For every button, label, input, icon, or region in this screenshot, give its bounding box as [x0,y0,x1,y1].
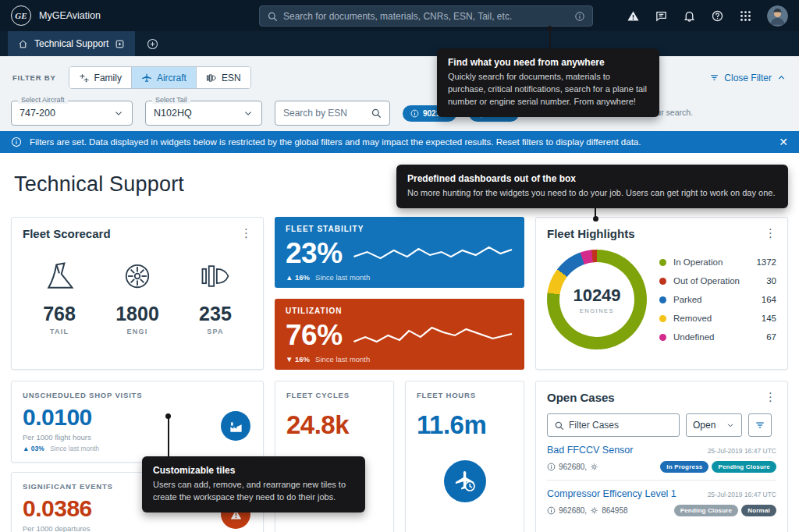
notifications-bell-icon[interactable] [683,9,696,23]
add-tab-button[interactable] [135,31,170,56]
case-controls: Open [547,413,776,437]
legend-row: Parked164 [659,290,776,309]
filter-mode-label: Family [94,73,122,83]
close-filter-button[interactable]: Close Filter [709,73,787,83]
tooltip-dashboards-dot [593,216,598,222]
tile-value: 0.0100 [23,404,252,431]
feedback-chat-icon[interactable] [655,9,668,23]
case-title-link[interactable]: Bad FFCCV Sensor [547,445,633,456]
kpi-delta: ▼ 16% [286,355,310,364]
tooltip-body: Users can add, remove, and rearrange new… [153,479,354,504]
shop-visits-icon-button[interactable] [221,411,250,441]
case-filter-button[interactable] [748,413,772,437]
case-title-link[interactable]: Compressor Efficency Level 1 [547,488,676,499]
stat-value: 235 [198,303,233,325]
card-title: Fleet Scorecard [23,227,111,240]
close-filter-label: Close Filter [724,73,772,83]
fleet-hours-tile[interactable]: FLEET HOURS 11.6m [405,381,524,532]
kpi-value: 23% [286,237,343,270]
tooltip-title: Customizable tiles [153,465,354,476]
legend-row: Undefined67 [659,328,776,346]
filter-panel: FILTER BY Family Aircraft ESN Close Filt… [0,56,799,131]
kpi-caption: Since last month [315,355,370,364]
case-status-select[interactable]: Open [686,413,742,437]
tail-fin-icon [42,259,76,293]
global-search-input[interactable] [283,11,569,22]
kebab-menu-icon[interactable]: ⋮ [240,227,252,239]
filter-mode-esn[interactable]: ESN [197,67,250,88]
tooltip-title: Predefined dashboards out of the box [407,173,777,184]
apps-grid-icon[interactable] [739,9,752,23]
tooltip-search: Find what you need from anywhere Quickly… [437,48,659,117]
case-row: Bad FFCCV Sensor 25-Jul-2019 16:47 UTC 9… [547,437,776,480]
avatar[interactable] [767,5,788,27]
stat-tail: 768 TAIL [42,259,76,335]
fleet-highlights-card: Fleet Highlights ⋮ 10249 ENGINES In Oper… [535,217,788,370]
search-icon [554,420,564,431]
case-row: Compressor Efficency Level 1 25-Jul-2019… [547,480,776,523]
search-icon [267,11,278,22]
home-icon [18,39,28,49]
filter-by-label: FILTER BY [12,73,56,82]
filter-mode-family[interactable]: Family [69,67,132,88]
tab-label: Technical Support [34,38,108,49]
brand-name: MyGEAviation [39,10,101,21]
search-info-icon[interactable] [574,11,585,22]
filter-mode-aircraft[interactable]: Aircraft [132,67,197,88]
tile-label: FLEET CYCLES [286,391,382,399]
alerts-warning-icon[interactable] [627,9,640,23]
status-badge: Normal [741,505,776,516]
tile-label: FLEET HOURS [417,391,513,399]
factory-icon [229,419,243,434]
plus-circle-icon [146,37,159,51]
esn-search [275,101,390,126]
case-timestamp: 25-Jul-2019 16:47 UTC [708,447,776,455]
kebab-menu-icon[interactable]: ⋮ [765,391,776,403]
case-status-value: Open [693,420,716,431]
card-title: Fleet Highlights [547,227,635,240]
tab-options-icon[interactable] [115,39,125,49]
gear-icon [590,463,598,471]
donut-total: 10249 [573,286,620,306]
status-badge: In Progress [660,461,708,473]
legend-dot [659,278,666,285]
select-aircraft[interactable]: Select Aircraft 747-200 [11,101,133,126]
shop-visits-tile[interactable]: UNSCHEDULED SHOP VISITS 0.0100 Per 1000 … [11,381,264,463]
donut-total-label: ENGINES [580,307,614,314]
card-title: Open Cases [547,391,615,404]
tile-delta-row: ▲ 03% Since last month [23,445,252,452]
tooltip-body: Quickly search for documents, materials … [448,71,648,108]
open-cases-card: Open Cases ⋮ Open [535,381,788,532]
stat-label: SPA [198,328,233,335]
status-badge: Pending Closure [674,505,739,516]
info-icon [11,137,22,147]
esn-search-input[interactable] [283,108,371,119]
stat-engines: 1800 ENGI [115,259,159,335]
legend-dot [659,334,666,341]
ge-logo-text: GE [15,11,27,20]
engine-fan-icon [120,259,154,293]
engine-icon [206,73,217,83]
tooltip-dashboards: Predefined dashboards out of the box No … [396,165,788,208]
tab-technical-support[interactable]: Technical Support [8,31,135,56]
fleet-hours-icon-button[interactable] [444,460,486,502]
ge-logo[interactable]: GE [11,5,31,26]
dashboard-grid: Fleet Scorecard ⋮ 768 TAIL 1800 ENGI [11,217,788,532]
kebab-menu-icon[interactable]: ⋮ [765,227,776,239]
banner-close-icon[interactable]: ✕ [779,137,788,147]
select-tail[interactable]: Select Tail N102HQ [145,101,262,126]
search-icon[interactable] [371,108,382,119]
top-nav: GE MyGEAviation [0,0,799,31]
aircraft-icon [141,73,152,83]
filter-cases-input[interactable] [569,420,673,431]
global-search[interactable] [259,5,593,27]
engines-donut-chart: 10249 ENGINES [547,250,647,349]
engine-side-icon [198,259,233,293]
family-icon [79,73,90,83]
utilization-tile[interactable]: UTILIZATION 76% ▼ 16% Since last month [275,299,524,370]
fleet-stability-tile[interactable]: FLEET STABILITY 23% ▲ 16% Since last mon… [275,217,524,288]
filter-lines-icon [709,73,719,83]
legend-dot [659,259,666,266]
help-icon[interactable] [711,9,724,23]
stat-value: 1800 [115,303,159,325]
